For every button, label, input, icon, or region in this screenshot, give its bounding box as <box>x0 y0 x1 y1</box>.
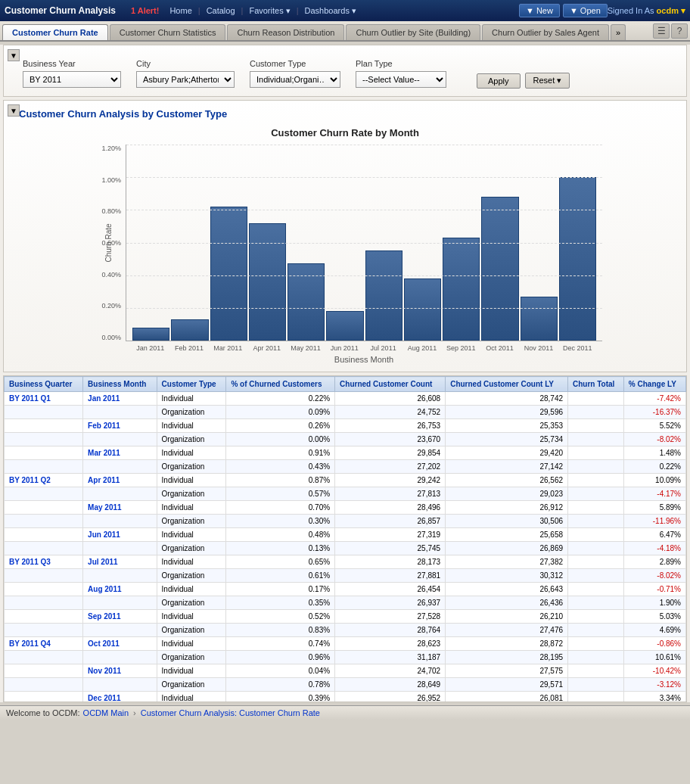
tab-churn-outlier-agent[interactable]: Churn Outlier by Sales Agent <box>482 24 609 40</box>
cell-month <box>83 542 157 555</box>
col-header-churn-total: Churn Total <box>568 377 624 392</box>
cell-quarter <box>5 446 83 460</box>
cell-count: 31,187 <box>335 651 446 664</box>
tab-churn-reason-distribution[interactable]: Churn Reason Distribution <box>227 24 344 40</box>
cell-pct-change: -3.12% <box>623 678 685 692</box>
cell-count-ly: 25,658 <box>446 528 568 542</box>
y-tick: 1.20% <box>89 145 121 152</box>
tab-churn-outlier-site[interactable]: Churn Outlier by Site (Building) <box>346 24 480 40</box>
y-tick: 0.20% <box>89 302 121 310</box>
cell-quarter <box>5 610 83 624</box>
tab-customer-churn-rate[interactable]: Customer Churn Rate <box>2 24 108 40</box>
cell-count: 24,752 <box>335 406 446 419</box>
business-year-select[interactable]: BY 2011 <box>23 71 121 88</box>
username[interactable]: ocdm ▾ <box>657 6 685 15</box>
cell-count-ly: 28,742 <box>446 392 568 406</box>
cell-total <box>568 528 624 542</box>
cell-count: 27,202 <box>335 460 446 474</box>
status-link-main[interactable]: OCDM Main <box>83 708 129 717</box>
cell-pct: 0.65% <box>226 555 335 569</box>
cell-count: 24,702 <box>335 664 446 678</box>
cell-ctype: Individual <box>157 446 226 460</box>
cell-quarter: BY 2011 Q1 <box>5 392 83 406</box>
table-row: Organization 0.78% 28,649 29,571 -3.12% <box>5 678 686 692</box>
cell-count-ly: 28,872 <box>446 637 568 651</box>
cell-count-ly: 25,353 <box>446 419 568 433</box>
cell-pct: 0.91% <box>226 446 335 460</box>
cell-total <box>568 583 624 596</box>
cell-month <box>83 515 157 528</box>
cell-month: Oct 2011 <box>83 637 157 651</box>
cell-pct: 0.35% <box>226 596 335 610</box>
tab-customer-churn-statistics[interactable]: Customer Churn Statistics <box>110 24 226 40</box>
data-table-section: Business Quarter Business Month Customer… <box>3 375 687 702</box>
more-tabs-button[interactable]: » <box>611 24 626 40</box>
cell-count: 29,242 <box>335 474 446 487</box>
cell-pct: 0.04% <box>226 664 335 678</box>
cell-count: 27,528 <box>335 610 446 624</box>
cell-quarter <box>5 501 83 515</box>
chart-area <box>126 145 602 341</box>
cell-ctype: Organization <box>157 406 226 419</box>
table-scroll-area[interactable]: Business Quarter Business Month Customer… <box>4 376 686 702</box>
cell-pct-change: 6.47% <box>623 528 685 542</box>
cell-month <box>83 678 157 692</box>
nav-dashboards[interactable]: Dashboards ▾ <box>300 5 361 17</box>
open-button[interactable]: ▼ Open <box>563 4 608 17</box>
cell-month: Sep 2011 <box>83 610 157 624</box>
cell-month: Mar 2011 <box>83 446 157 460</box>
nav-favorites[interactable]: Favorites ▾ <box>244 5 294 17</box>
cell-ctype: Organization <box>157 596 226 610</box>
cell-ctype: Individual <box>157 637 226 651</box>
alert-indicator[interactable]: 1 Alert! <box>131 6 160 15</box>
cell-pct-change: -7.42% <box>623 392 685 406</box>
cell-count: 25,745 <box>335 542 446 555</box>
table-row: Organization 0.57% 27,813 29,023 -4.17% <box>5 487 686 501</box>
apply-button[interactable]: Apply <box>477 73 521 89</box>
cell-count-ly: 26,562 <box>446 474 568 487</box>
cell-total <box>568 460 624 474</box>
table-row: BY 2011 Q2 Apr 2011 Individual 0.87% 29,… <box>5 474 686 487</box>
filter-collapse-btn[interactable]: ▼ <box>8 49 20 61</box>
col-header-churned-count: Churned Customer Count <box>335 377 446 392</box>
cell-month: Jun 2011 <box>83 528 157 542</box>
settings-icon[interactable]: ☰ <box>653 23 670 39</box>
cell-ctype: Organization <box>157 433 226 446</box>
cell-pct-change: -11.96% <box>623 515 685 528</box>
status-link-analysis[interactable]: Customer Churn Analysis: Customer Churn … <box>141 708 320 717</box>
cell-pct: 0.22% <box>226 392 335 406</box>
cell-count-ly: 26,912 <box>446 501 568 515</box>
col-header-pct-churned: % of Churned Customers <box>226 377 335 392</box>
cell-ctype: Individual <box>157 474 226 487</box>
cell-pct-change: 5.03% <box>623 610 685 624</box>
cell-ctype: Organization <box>157 651 226 664</box>
table-row: Organization 0.35% 26,937 26,436 1.90% <box>5 596 686 610</box>
x-label-jan: Jan 2011 <box>132 344 169 352</box>
cell-pct-change: -8.02% <box>623 433 685 446</box>
table-row: Dec 2011 Individual 0.39% 26,952 26,081 … <box>5 692 686 702</box>
cell-ctype: Individual <box>157 501 226 515</box>
cell-pct-change: -0.71% <box>623 583 685 596</box>
cell-total <box>568 610 624 624</box>
new-button[interactable]: ▼ New <box>519 4 560 17</box>
nav-catalog[interactable]: Catalog <box>202 5 240 17</box>
chart-collapse-btn[interactable]: ▼ <box>8 104 20 117</box>
help-icon[interactable]: ? <box>671 23 688 39</box>
plan-type-select[interactable]: --Select Value-- <box>356 71 446 88</box>
cell-total <box>568 678 624 692</box>
reset-button[interactable]: Reset ▾ <box>525 73 570 89</box>
table-row: Organization 0.00% 23,670 25,734 -8.02% <box>5 433 686 446</box>
cell-pct-change: 1.90% <box>623 596 685 610</box>
cell-quarter <box>5 406 83 419</box>
cell-quarter <box>5 583 83 596</box>
cell-quarter <box>5 678 83 692</box>
cell-quarter: BY 2011 Q3 <box>5 555 83 569</box>
cell-count-ly: 26,081 <box>446 692 568 702</box>
col-header-pct-change: % Change LY <box>623 377 685 392</box>
customer-type-select[interactable]: Individual;Organi… <box>250 71 340 88</box>
nav-home[interactable]: Home <box>165 5 196 17</box>
cell-total <box>568 487 624 501</box>
city-select[interactable]: Asbury Park;Atherton <box>136 71 235 88</box>
customer-type-filter: Customer Type Individual;Organi… <box>250 59 340 88</box>
cell-pct: 0.00% <box>226 433 335 446</box>
